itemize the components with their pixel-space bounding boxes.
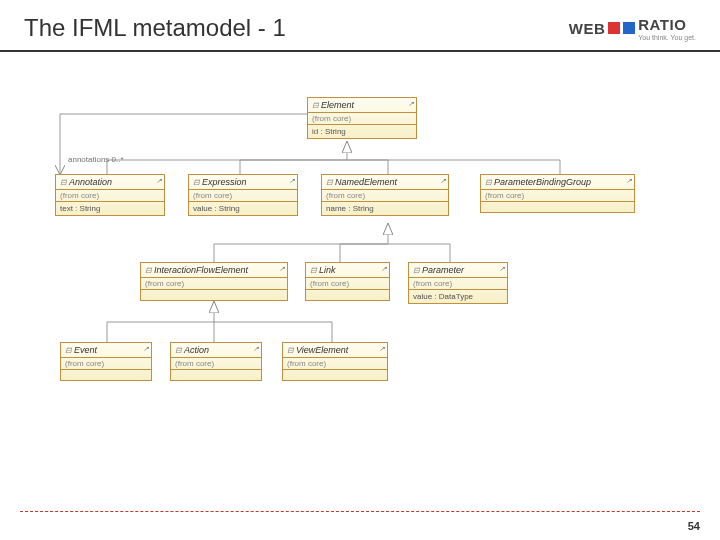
logo-tagline: You think. You get. bbox=[638, 34, 696, 41]
class-package: (from core) bbox=[322, 190, 448, 202]
class-name: Action bbox=[184, 345, 209, 355]
link-icon: ↗ bbox=[381, 265, 387, 273]
class-name: Event bbox=[74, 345, 97, 355]
page-number: 54 bbox=[688, 520, 700, 532]
class-event: ⊟Event↗ (from core) bbox=[60, 342, 152, 381]
footer-divider bbox=[20, 511, 700, 512]
class-icon: ⊟ bbox=[145, 266, 152, 275]
annotation-multiplicity: annotations 0..* bbox=[68, 155, 124, 164]
link-icon: ↗ bbox=[440, 177, 446, 185]
class-name: NamedElement bbox=[335, 177, 397, 187]
class-parameterbindinggroup: ⊟ParameterBindingGroup↗ (from core) bbox=[480, 174, 635, 213]
class-action: ⊟Action↗ (from core) bbox=[170, 342, 262, 381]
logo-web: WEB bbox=[569, 20, 606, 37]
header: The IFML metamodel - 1 WEB RATIO You thi… bbox=[0, 0, 720, 52]
link-icon: ↗ bbox=[143, 345, 149, 353]
class-package: (from core) bbox=[141, 278, 287, 290]
link-icon: ↗ bbox=[626, 177, 632, 185]
link-icon: ↗ bbox=[253, 345, 259, 353]
logo-cube-blue-icon bbox=[623, 22, 635, 34]
class-namedelement: ⊟NamedElement↗ (from core) name : String bbox=[321, 174, 449, 216]
link-icon: ↗ bbox=[499, 265, 505, 273]
class-icon: ⊟ bbox=[175, 346, 182, 355]
class-attr: name : String bbox=[322, 202, 448, 215]
class-attr bbox=[61, 370, 151, 380]
class-icon: ⊟ bbox=[310, 266, 317, 275]
class-name: Parameter bbox=[422, 265, 464, 275]
class-attr: value : String bbox=[189, 202, 297, 215]
class-package: (from core) bbox=[481, 190, 634, 202]
class-attr: value : DataType bbox=[409, 290, 507, 303]
page-title: The IFML metamodel - 1 bbox=[24, 14, 286, 42]
class-name: Annotation bbox=[69, 177, 112, 187]
logo: WEB RATIO You think. You get. bbox=[569, 16, 696, 41]
link-icon: ↗ bbox=[289, 177, 295, 185]
class-package: (from core) bbox=[171, 358, 261, 370]
class-element: ⊟Element↗ (from core) id : String bbox=[307, 97, 417, 139]
class-attr bbox=[306, 290, 389, 300]
class-package: (from core) bbox=[409, 278, 507, 290]
link-icon: ↗ bbox=[156, 177, 162, 185]
class-package: (from core) bbox=[283, 358, 387, 370]
class-attr bbox=[283, 370, 387, 380]
class-package: (from core) bbox=[308, 113, 416, 125]
class-interactionflowelement: ⊟InteractionFlowElement↗ (from core) bbox=[140, 262, 288, 301]
class-icon: ⊟ bbox=[413, 266, 420, 275]
class-package: (from core) bbox=[189, 190, 297, 202]
class-icon: ⊟ bbox=[193, 178, 200, 187]
class-package: (from core) bbox=[306, 278, 389, 290]
class-name: ParameterBindingGroup bbox=[494, 177, 591, 187]
class-attr bbox=[171, 370, 261, 380]
class-annotation: ⊟Annotation↗ (from core) text : String bbox=[55, 174, 165, 216]
class-package: (from core) bbox=[61, 358, 151, 370]
class-icon: ⊟ bbox=[485, 178, 492, 187]
link-icon: ↗ bbox=[379, 345, 385, 353]
uml-diagram: ⊟Element↗ (from core) id : String annota… bbox=[0, 52, 720, 482]
class-name: Expression bbox=[202, 177, 247, 187]
class-name: InteractionFlowElement bbox=[154, 265, 248, 275]
class-name: Element bbox=[321, 100, 354, 110]
class-expression: ⊟Expression↗ (from core) value : String bbox=[188, 174, 298, 216]
class-package: (from core) bbox=[56, 190, 164, 202]
class-icon: ⊟ bbox=[65, 346, 72, 355]
class-parameter: ⊟Parameter↗ (from core) value : DataType bbox=[408, 262, 508, 304]
class-attr: text : String bbox=[56, 202, 164, 215]
class-attr bbox=[141, 290, 287, 300]
link-icon: ↗ bbox=[279, 265, 285, 273]
class-icon: ⊟ bbox=[60, 178, 67, 187]
class-attr: id : String bbox=[308, 125, 416, 138]
class-icon: ⊟ bbox=[326, 178, 333, 187]
class-name: ViewElement bbox=[296, 345, 348, 355]
class-link: ⊟Link↗ (from core) bbox=[305, 262, 390, 301]
class-viewelement: ⊟ViewElement↗ (from core) bbox=[282, 342, 388, 381]
class-attr bbox=[481, 202, 634, 212]
logo-cube-red-icon bbox=[608, 22, 620, 34]
class-icon: ⊟ bbox=[312, 101, 319, 110]
link-icon: ↗ bbox=[408, 100, 414, 108]
logo-ratio: RATIO bbox=[638, 16, 686, 33]
class-name: Link bbox=[319, 265, 336, 275]
class-icon: ⊟ bbox=[287, 346, 294, 355]
